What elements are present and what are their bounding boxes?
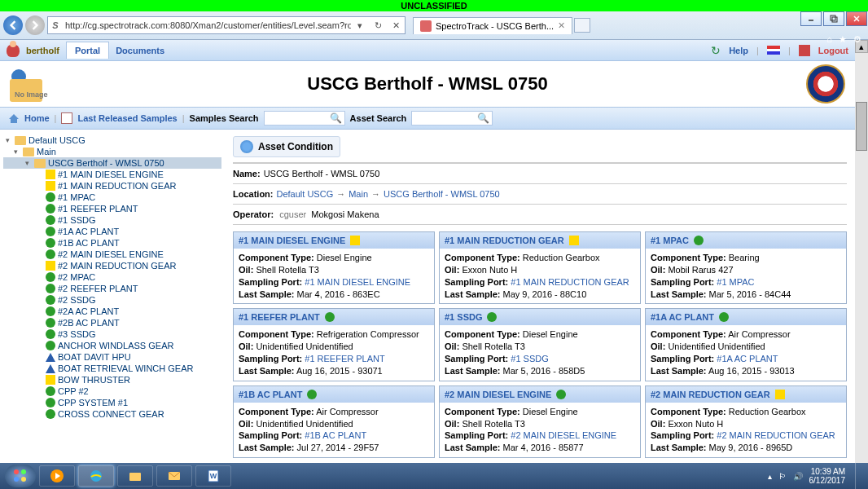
logout-icon	[799, 45, 810, 56]
address-bar[interactable]: S http://cg.spectrotrack.com:8080/Xman2/…	[47, 16, 406, 34]
breadcrumb-segment[interactable]: Main	[349, 189, 368, 199]
taskbar-ie[interactable]	[78, 465, 114, 487]
close-button[interactable]	[846, 11, 867, 26]
tree-item[interactable]: BOAT DAVIT HPU	[3, 351, 221, 363]
sampling-port-link[interactable]: #1A AC PLANT	[717, 354, 778, 363]
help-link[interactable]: Help	[729, 46, 748, 55]
tree-item[interactable]: #2A AC PLANT	[3, 306, 221, 317]
sampling-port-link[interactable]: #2 MAIN DIESEL ENGINE	[511, 430, 616, 440]
tray-clock[interactable]: 10:39 AM6/12/2017	[809, 467, 849, 485]
sampling-port-link[interactable]: #1 MPAC	[717, 277, 754, 287]
home-nav-icon[interactable]	[8, 112, 20, 124]
url-stop-icon[interactable]: ✕	[387, 17, 405, 33]
tree-item[interactable]: #2 MPAC	[3, 271, 221, 283]
show-desktop-button[interactable]	[855, 463, 863, 489]
tree-main[interactable]: ▾Main	[3, 146, 221, 157]
card-title-link[interactable]: #1 MAIN DIESEL ENGINE	[239, 236, 345, 245]
breadcrumb-segment[interactable]: USCG Bertholf - WMSL 0750	[384, 189, 500, 199]
tab-portal[interactable]: Portal	[66, 42, 109, 59]
card-title-link[interactable]: #1 MAIN REDUCTION GEAR	[445, 236, 564, 245]
status-sq-icon	[46, 375, 55, 385]
tree-item[interactable]: #1A AC PLANT	[3, 226, 221, 237]
favorites-icon[interactable]: ★	[839, 34, 847, 45]
tree-item[interactable]: #1 SSDG	[3, 214, 221, 226]
taskbar-wmp[interactable]	[39, 465, 75, 487]
url-text[interactable]: http://cg.spectrotrack.com:8080/Xman2/cu…	[63, 20, 351, 30]
nav-back-button[interactable]	[3, 15, 23, 35]
status-sq-icon	[569, 236, 579, 245]
maximize-button[interactable]	[823, 11, 844, 26]
home-link[interactable]: Home	[24, 113, 50, 123]
taskbar-word[interactable]: W	[195, 465, 231, 487]
sampling-port-link[interactable]: #2 MAIN REDUCTION GEAR	[717, 430, 835, 440]
card-title-link[interactable]: #2 MAIN DIESEL ENGINE	[445, 390, 551, 399]
tree-item[interactable]: BOW THRUSTER	[3, 374, 221, 385]
tree-item[interactable]: #3 SSDG	[3, 328, 221, 340]
sampling-port-link[interactable]: #1 MAIN REDUCTION GEAR	[511, 277, 629, 287]
tree-item[interactable]: CPP SYSTEM #1	[3, 397, 221, 408]
tree-item[interactable]: #1 MPAC	[3, 192, 221, 203]
flag-us-icon[interactable]	[767, 46, 780, 55]
scroll-thumb[interactable]	[856, 102, 867, 151]
tree-selected[interactable]: ▾USCG Bertholf - WMSL 0750	[3, 157, 221, 169]
tree-item[interactable]: #2 MAIN REDUCTION GEAR	[3, 260, 221, 271]
last-released-samples-link[interactable]: Last Released Samples	[77, 113, 177, 123]
card-body: Component Type: Air Compressor Oil: Unid…	[234, 403, 434, 457]
samples-search-input[interactable]: 🔍	[264, 111, 345, 126]
url-dropdown-icon[interactable]: ▾	[351, 17, 369, 33]
card-title-link[interactable]: #1B AC PLANT	[239, 390, 302, 399]
minimize-button[interactable]	[800, 11, 822, 26]
url-refresh-icon[interactable]: ↻	[369, 17, 387, 33]
page-scrollbar[interactable]: ▴ ▾	[855, 40, 868, 480]
nav-forward-button[interactable]	[25, 15, 45, 35]
browser-tab[interactable]: SpectroTrack - USCG Berth... ✕	[413, 17, 572, 34]
card-title-link[interactable]: #1A AC PLANT	[651, 312, 714, 322]
taskbar-explorer[interactable]	[117, 465, 153, 487]
tab-documents[interactable]: Documents	[116, 46, 164, 55]
tray-expand-icon[interactable]: ▴	[768, 472, 772, 481]
logout-link[interactable]: Logout	[818, 46, 848, 55]
home-icon[interactable]: ⌂	[826, 34, 832, 45]
card-body: Component Type: Diesel Engine Oil: Shell…	[440, 403, 640, 457]
tree-item[interactable]: ANCHOR WINDLASS GEAR	[3, 340, 221, 351]
tray-action-center-icon[interactable]: 🏳	[778, 472, 787, 481]
tree-item[interactable]: #1 REEFER PLANT	[3, 203, 221, 214]
tree-item[interactable]: #1 MAIN REDUCTION GEAR	[3, 180, 221, 192]
sampling-port-link[interactable]: #1 SSDG	[511, 354, 548, 363]
new-tab-button[interactable]	[574, 18, 590, 33]
username-link[interactable]: bertholf	[26, 46, 59, 55]
tab-close-icon[interactable]: ✕	[558, 20, 565, 31]
refresh-icon[interactable]: ↻	[711, 44, 721, 57]
tree-item[interactable]: #2B AC PLANT	[3, 317, 221, 328]
search-icon[interactable]: 🔍	[330, 112, 342, 124]
tree-root[interactable]: ▾Default USCG	[3, 134, 221, 146]
gear-icon[interactable]: ⚙	[853, 34, 861, 45]
asset-search-input[interactable]: 🔍	[411, 111, 493, 126]
tree-item[interactable]: #2 MAIN DIESEL ENGINE	[3, 249, 221, 260]
tray-volume-icon[interactable]: 🔊	[793, 472, 803, 481]
search-icon[interactable]: 🔍	[477, 112, 489, 124]
card-title-link[interactable]: #1 SSDG	[445, 312, 482, 322]
breadcrumb-segment[interactable]: Default USCG	[277, 189, 334, 199]
tree-item[interactable]: CPP #2	[3, 385, 221, 397]
page-header: No Image USCG Bertholf - WMSL 0750	[0, 61, 855, 107]
asset-card: #1 MAIN REDUCTION GEAR Component Type: R…	[439, 231, 641, 304]
card-title-link[interactable]: #2 MAIN REDUCTION GEAR	[651, 390, 770, 399]
sampling-port-link[interactable]: #1 REEFER PLANT	[305, 354, 384, 363]
taskbar-outlook[interactable]	[156, 465, 192, 487]
card-title-link[interactable]: #1 REEFER PLANT	[239, 312, 320, 322]
tree-item[interactable]: CROSS CONNECT GEAR	[3, 408, 221, 420]
sampling-port-link[interactable]: #1 MAIN DIESEL ENGINE	[305, 277, 410, 287]
tree-item[interactable]: #2 SSDG	[3, 294, 221, 306]
start-button[interactable]	[5, 465, 36, 487]
tree-item[interactable]: #1 MAIN DIESEL ENGINE	[3, 169, 221, 180]
folder-icon	[15, 136, 26, 145]
tree-item[interactable]: #1B AC PLANT	[3, 237, 221, 249]
status-cir-icon	[46, 318, 55, 328]
sampling-port-link[interactable]: #1B AC PLANT	[305, 430, 366, 440]
card-title-link[interactable]: #1 MPAC	[651, 236, 689, 245]
card-header: #1 REEFER PLANT	[234, 309, 434, 325]
tree-item[interactable]: BOAT RETRIEVAL WINCH GEAR	[3, 363, 221, 374]
asset-tree: ▾Default USCG ▾Main ▾USCG Bertholf - WMS…	[0, 130, 225, 480]
tree-item[interactable]: #2 REEFER PLANT	[3, 283, 221, 294]
